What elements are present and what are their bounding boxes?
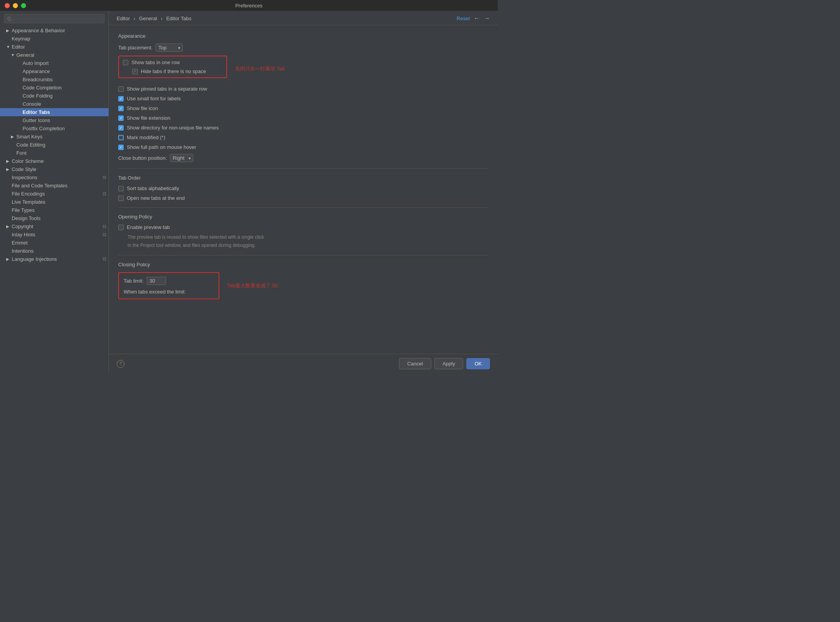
sidebar-item-label: Color Scheme <box>12 158 44 164</box>
hide-tabs-checkbox[interactable] <box>132 69 138 74</box>
sidebar-item-inlay-hints[interactable]: Inlay Hints ⊡ <box>0 231 108 239</box>
settings-icon: ⊡ <box>103 232 106 237</box>
hide-tabs-label: Hide tabs if there is no space <box>141 68 206 74</box>
search-input[interactable] <box>4 14 105 23</box>
chevron-icon: ▶ <box>6 28 10 33</box>
show-tabs-checkbox[interactable] <box>123 60 128 65</box>
tab-placement-select[interactable]: None Top Bottom Left Right <box>156 44 183 52</box>
tab-placement-label: Tab placement: <box>118 45 152 51</box>
back-button[interactable]: ← <box>474 15 480 22</box>
sidebar-item-code-folding[interactable]: Code Folding <box>0 92 108 100</box>
ok-button[interactable]: OK <box>466 358 490 369</box>
sidebar-item-label: Postfix Completion <box>23 126 65 131</box>
show-directory-label: Show directory for non-unique file names <box>127 125 219 131</box>
forward-button[interactable]: → <box>484 15 490 22</box>
preview-tab-desc2: in the Project tool window, and files op… <box>128 242 488 249</box>
sidebar-item-console[interactable]: Console <box>0 100 108 108</box>
sidebar-item-label: Appearance & Behavior <box>12 28 65 33</box>
sidebar-item-code-completion[interactable]: Code Completion <box>0 84 108 92</box>
small-font-checkbox[interactable] <box>118 96 124 101</box>
sidebar: ▶ Appearance & Behavior Keymap ▼ Editor … <box>0 11 109 373</box>
minimize-button[interactable] <box>13 3 18 8</box>
sidebar-item-label: Emmet <box>12 240 28 246</box>
close-button-dropdown-wrapper[interactable]: Left Right None <box>170 154 193 162</box>
breadcrumb-editor-tabs: Editor Tabs <box>166 16 191 21</box>
chevron-icon: ▼ <box>11 53 15 57</box>
sidebar-item-design-tools[interactable]: Design Tools <box>0 214 108 222</box>
sidebar-item-file-types[interactable]: File Types <box>0 206 108 214</box>
close-button-position-row: Close button position: Left Right None <box>118 154 488 162</box>
sidebar-item-label: Inlay Hints <box>12 232 35 238</box>
window-controls[interactable] <box>5 3 26 8</box>
sidebar-item-label: Breadcrumbs <box>23 77 52 82</box>
footer: ? Cancel Apply OK <box>109 354 498 373</box>
sidebar-item-live-templates[interactable]: Live Templates <box>0 198 108 206</box>
sidebar-item-label: Design Tools <box>12 215 40 221</box>
sidebar-tree: ▶ Appearance & Behavior Keymap ▼ Editor … <box>0 26 108 373</box>
title-bar: Preferences <box>0 0 498 11</box>
cancel-button[interactable]: Cancel <box>399 358 431 369</box>
show-pinned-label: Show pinned tabs in a separate row <box>127 86 207 92</box>
sidebar-item-label: Smart Keys <box>16 134 42 140</box>
mark-modified-row: Mark modified (*) <box>118 135 488 140</box>
sidebar-item-emmet[interactable]: Emmet <box>0 239 108 247</box>
section-divider-1 <box>118 168 488 169</box>
close-button-position-select[interactable]: Left Right None <box>170 154 193 162</box>
open-new-tabs-checkbox[interactable] <box>118 196 124 201</box>
tab-order-section-title: Tab Order <box>118 175 488 181</box>
help-button[interactable]: ? <box>117 360 124 368</box>
sidebar-item-copyright[interactable]: ▶ Copyright ⊡ <box>0 222 108 231</box>
tab-limit-input[interactable] <box>147 277 166 285</box>
apply-button[interactable]: Apply <box>434 358 464 369</box>
breadcrumb-sep2: › <box>161 16 162 21</box>
sidebar-item-label: Code Style <box>12 166 37 172</box>
show-file-icon-checkbox[interactable] <box>118 106 124 111</box>
chevron-icon: ▶ <box>6 257 10 261</box>
sidebar-item-editor[interactable]: ▼ Editor <box>0 43 108 51</box>
breadcrumb: Editor › General › Editor Tabs <box>117 16 191 21</box>
breadcrumb-general: General <box>139 16 157 21</box>
reset-button[interactable]: Reset <box>457 16 470 21</box>
sidebar-item-color-scheme[interactable]: ▶ Color Scheme <box>0 157 108 165</box>
close-button[interactable] <box>5 3 10 8</box>
maximize-button[interactable] <box>21 3 26 8</box>
sidebar-item-file-code-templates[interactable]: File and Code Templates <box>0 182 108 190</box>
show-directory-checkbox[interactable] <box>118 125 124 131</box>
sidebar-item-breadcrumbs[interactable]: Breadcrumbs <box>0 75 108 84</box>
preview-tab-desc1: The preview tab is reused to show files … <box>128 234 488 241</box>
sidebar-item-appearance-behavior[interactable]: ▶ Appearance & Behavior <box>0 26 108 35</box>
sidebar-item-file-encodings[interactable]: File Encodings ⊡ <box>0 190 108 198</box>
enable-preview-label: Enable preview tab <box>127 224 170 230</box>
sidebar-item-auto-import[interactable]: Auto Import <box>0 59 108 67</box>
enable-preview-checkbox[interactable] <box>118 225 124 230</box>
section-divider-2 <box>118 207 488 208</box>
sidebar-item-appearance[interactable]: Appearance <box>0 67 108 75</box>
sort-tabs-label: Sort tabs alphabetically <box>127 185 179 191</box>
sidebar-item-postfix-completion[interactable]: Postfix Completion <box>0 124 108 133</box>
sidebar-item-keymap[interactable]: Keymap <box>0 35 108 43</box>
sidebar-item-code-editing[interactable]: Code Editing <box>0 141 108 149</box>
closing-policy-section-title: Closing Policy <box>118 262 488 267</box>
sidebar-item-label: Language Injections <box>12 256 57 262</box>
tab-placement-dropdown-wrapper[interactable]: None Top Bottom Left Right <box>156 44 183 52</box>
show-pinned-checkbox[interactable] <box>118 86 124 92</box>
sidebar-item-intentions[interactable]: Intentions <box>0 247 108 255</box>
close-button-position-label: Close button position: <box>118 155 167 161</box>
show-full-path-row: Show full path on mouse hover <box>118 144 488 150</box>
show-full-path-checkbox[interactable] <box>118 145 124 150</box>
sidebar-item-code-style[interactable]: ▶ Code Style <box>0 165 108 173</box>
sidebar-item-gutter-icons[interactable]: Gutter Icons <box>0 116 108 124</box>
open-new-tabs-label: Open new tabs at the end <box>127 195 185 201</box>
sidebar-item-general[interactable]: ▼ General <box>0 51 108 59</box>
sidebar-item-smart-keys[interactable]: ▶ Smart Keys <box>0 133 108 141</box>
show-directory-row: Show directory for non-unique file names <box>118 125 488 131</box>
annotation-2: Tab最大数量改成了 30 <box>227 282 278 289</box>
mark-modified-checkbox[interactable] <box>118 135 124 140</box>
sidebar-item-inspections[interactable]: Inspections ⊡ <box>0 173 108 182</box>
show-file-extension-checkbox[interactable] <box>118 115 124 121</box>
sidebar-item-editor-tabs[interactable]: Editor Tabs <box>0 108 108 116</box>
content-area: Editor › General › Editor Tabs Reset ← →… <box>109 11 498 373</box>
sidebar-item-font[interactable]: Font <box>0 149 108 157</box>
sidebar-item-language-injections[interactable]: ▶ Language Injections ⊡ <box>0 255 108 263</box>
sort-tabs-checkbox[interactable] <box>118 186 124 191</box>
